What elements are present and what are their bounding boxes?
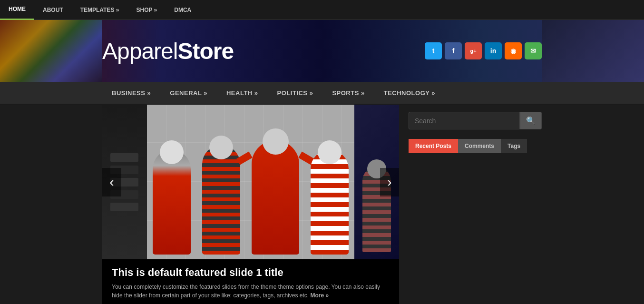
social-email-icon[interactable]: ✉ [525, 42, 542, 59]
site-header: ApparelStore t f g+ in ◉ ✉ [0, 20, 644, 82]
sidebar-tabs: Recent Posts Comments Tags [409, 139, 542, 153]
social-rss-icon[interactable]: ◉ [505, 42, 522, 59]
slider-title: This is default featured slide 1 title [112, 266, 390, 279]
cat-nav-politics[interactable]: POLITICS » [268, 81, 323, 104]
cat-nav-health[interactable]: HEALTH » [217, 81, 268, 104]
logo-text: ApparelStore [102, 39, 234, 64]
logo[interactable]: ApparelStore [102, 38, 234, 64]
slider-next-button[interactable]: › [380, 168, 399, 196]
tab-tags[interactable]: Tags [501, 139, 527, 153]
top-navigation: HOME ABOUT TEMPLATES » SHOP » DMCA [0, 0, 644, 20]
social-twitter-icon[interactable]: t [425, 42, 442, 59]
main-wrapper: ‹ › This is default featured slide 1 tit… [0, 105, 644, 304]
tab-comments[interactable]: Comments [458, 139, 501, 153]
social-facebook-icon[interactable]: f [445, 42, 462, 59]
slider-caption: This is default featured slide 1 title Y… [102, 259, 399, 304]
featured-slider: ‹ › This is default featured slide 1 tit… [102, 105, 399, 304]
search-input[interactable] [409, 112, 520, 129]
content-area: ‹ › This is default featured slide 1 tit… [102, 105, 399, 304]
search-button[interactable]: 🔍 [520, 112, 542, 129]
cat-nav-general[interactable]: GENERAL » [160, 81, 217, 104]
tab-recent-posts[interactable]: Recent Posts [409, 139, 458, 153]
slider-prev-button[interactable]: ‹ [102, 168, 121, 196]
cat-nav-sports[interactable]: SPORTS » [322, 81, 374, 104]
search-form: 🔍 [409, 112, 542, 129]
social-linkedin-icon[interactable]: in [485, 42, 502, 59]
nav-item-home[interactable]: HOME [0, 0, 34, 20]
category-navigation: BUSINESS » GENERAL » HEALTH » POLITICS »… [0, 82, 644, 105]
cat-nav-business[interactable]: BUSINESS » [102, 81, 160, 104]
sidebar: 🔍 Recent Posts Comments Tags [399, 105, 542, 304]
nav-item-templates[interactable]: TEMPLATES » [72, 0, 128, 20]
cat-nav-technology[interactable]: TECHNOLOGY » [374, 81, 445, 104]
nav-item-about[interactable]: ABOUT [34, 0, 72, 20]
nav-item-shop[interactable]: SHOP » [127, 0, 166, 20]
social-icons-group: t f g+ in ◉ ✉ [425, 42, 542, 59]
slider-image: ‹ › [102, 105, 399, 259]
social-google-icon[interactable]: g+ [465, 42, 482, 59]
slider-more-link[interactable]: More » [311, 292, 329, 299]
nav-item-dmca[interactable]: DMCA [166, 0, 200, 20]
slider-description: You can completely customize the feature… [112, 283, 390, 300]
